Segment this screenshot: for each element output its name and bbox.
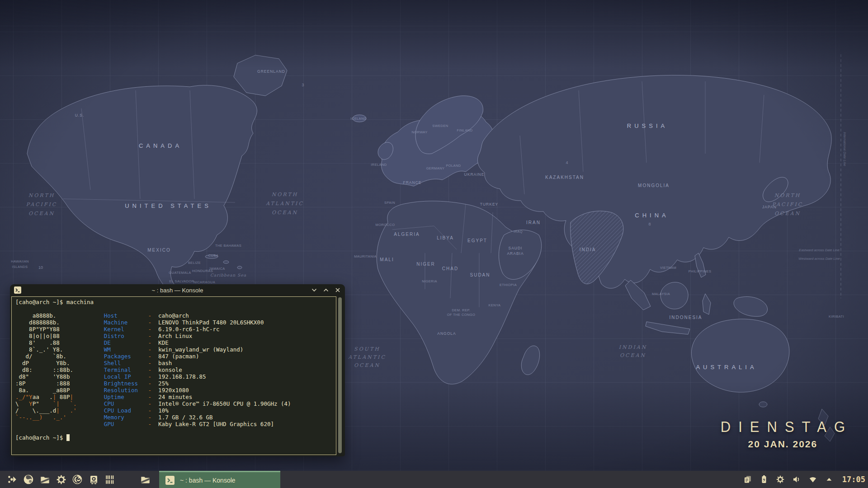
map-label: Westward across Date Line	[798, 257, 840, 261]
map-label: NICARAGUA	[193, 280, 215, 284]
map-label: 8	[648, 222, 651, 226]
map-label: ANGOLA	[437, 331, 456, 336]
map-label: MALI	[380, 257, 394, 262]
map-label: GERMANY	[426, 166, 445, 170]
map-label: UKRAINE	[464, 172, 485, 177]
map-label: ISLANDS	[12, 265, 28, 269]
map-label: MOROCCO	[376, 223, 395, 227]
weekday-label: DIENSTAG	[713, 419, 853, 436]
map-label: SWEDEN	[432, 124, 448, 128]
app-launcher-button[interactable]	[5, 471, 19, 488]
map-label: KENYA	[489, 303, 501, 307]
map-label: THE BAHAMAS	[215, 244, 241, 248]
map-label: OCEAN	[354, 362, 380, 368]
map-label: ICELAND	[350, 117, 366, 121]
map-label: POLAND	[446, 164, 461, 168]
map-label: CHAD	[442, 266, 458, 271]
map-label: OF THE CONGO	[447, 313, 476, 317]
system-tray	[743, 474, 834, 484]
map-label: ATLANTIC	[266, 201, 304, 206]
close-button[interactable]	[335, 287, 340, 293]
map-label: PACIFIC	[772, 202, 803, 207]
volume-icon[interactable]	[792, 474, 802, 484]
map-label: ETHIOPIA	[500, 283, 517, 287]
map-label: SPAIN	[384, 201, 395, 205]
scrollbar-handle[interactable]	[338, 297, 342, 453]
map-label: OCEAN	[28, 211, 55, 216]
map-label: MALAYSIA	[652, 292, 670, 296]
map-label: Caribbean Sea	[210, 273, 246, 277]
settings-gear-icon[interactable]	[54, 471, 68, 488]
task-label: ~ : bash — Konsole	[180, 477, 236, 484]
terminal-scrollbar[interactable]	[336, 296, 344, 455]
map-label: 4	[566, 160, 568, 165]
map-label: MONGOLIA	[638, 183, 670, 188]
konsole-task-icon	[165, 476, 175, 485]
map-label: NIGER	[416, 262, 435, 267]
taskbar: ~ : bash — Konsole	[0, 471, 868, 488]
map-label: AUSTRALIA	[696, 364, 757, 371]
equalizer-app-icon[interactable]	[103, 471, 117, 488]
paint-swirl-app-icon[interactable]	[71, 471, 84, 488]
desktop-clock-widget: DIENSTAG 20 JAN. 2026	[713, 419, 853, 450]
map-label: HONDURAS	[192, 269, 213, 273]
map-label: FINLAND	[457, 128, 473, 132]
taskbar-task-konsole[interactable]: ~ : bash — Konsole	[159, 471, 280, 488]
map-label: INDIAN	[619, 344, 647, 350]
map-label: GUATEMALA	[169, 271, 191, 275]
map-label: 10	[38, 265, 43, 270]
map-label: INDIA	[580, 247, 596, 252]
map-label: TURKEY	[480, 202, 498, 206]
expand-tray-icon[interactable]	[824, 474, 834, 484]
map-label: MEXICO	[147, 248, 170, 253]
desktop: CANADAUNITED STATESRUSSIACHINAAUSTRALIAI…	[0, 0, 868, 488]
map-label: 3	[302, 83, 304, 87]
map-label: DEM. REP.	[452, 308, 471, 312]
map-label: FRANCE	[403, 180, 422, 185]
map-label: Eastward across Date Line	[799, 248, 840, 252]
map-label: NORWAY	[411, 130, 427, 134]
maximize-button[interactable]	[323, 287, 329, 293]
battery-charging-icon[interactable]	[759, 474, 769, 484]
camera-app-icon[interactable]	[87, 471, 100, 488]
konsole-window: ~ : bash — Konsole [caho@arch ~]$ macchi…	[10, 284, 345, 456]
map-label: ALGERIA	[394, 232, 420, 237]
map-label: BELIZE	[188, 261, 201, 265]
map-label: KIRIBATI	[829, 314, 844, 319]
map-label: HAWAIIAN	[11, 259, 29, 263]
map-label: IRAN	[526, 220, 541, 225]
map-label: U.S.	[75, 113, 85, 117]
minimize-button[interactable]	[311, 287, 317, 293]
clipboard-icon[interactable]	[743, 474, 753, 484]
map-label: NORTH	[774, 192, 801, 198]
map-label: OCEAN	[272, 210, 298, 216]
map-label: IRAQ	[514, 230, 523, 234]
map-label: NIGERIA	[422, 279, 437, 283]
map-label: PACIFIC	[26, 202, 57, 207]
map-label: EGYPT	[467, 238, 487, 243]
terminal-output[interactable]: [caho@arch ~]$ macchina a8888b. Host - c…	[11, 296, 336, 455]
map-label: RUSSIA	[627, 122, 668, 129]
folder-icon[interactable]	[138, 471, 152, 488]
wifi-icon[interactable]	[808, 474, 818, 484]
firefox-icon[interactable]	[22, 471, 35, 488]
map-label: ATLANTIC	[348, 354, 386, 360]
map-label: VIETNAM	[660, 266, 676, 270]
map-label: GREENLAND	[257, 69, 285, 74]
tray-settings-gear-icon[interactable]	[775, 474, 785, 484]
date-label: 20 JAN. 2026	[713, 439, 853, 450]
map-label: PHILIPPINES	[689, 269, 712, 273]
map-label: CANADA	[139, 142, 182, 149]
window-titlebar[interactable]: ~ : bash — Konsole	[10, 284, 345, 296]
window-title: ~ : bash — Konsole	[10, 287, 345, 294]
map-label: CUBA	[208, 253, 218, 258]
file-manager-icon[interactable]	[38, 471, 52, 488]
map-label: MAURITANIA	[354, 254, 377, 258]
map-label: ARABIA	[507, 251, 524, 256]
taskbar-clock[interactable]: 17:05	[842, 475, 865, 484]
map-label: EL SALVADOR	[169, 279, 194, 283]
map-label: SAUDI	[509, 246, 523, 250]
map-label: OCEAN	[774, 211, 801, 216]
map-label: NORTH	[272, 192, 298, 197]
map-label: KAZAKHSTAN	[545, 175, 584, 180]
